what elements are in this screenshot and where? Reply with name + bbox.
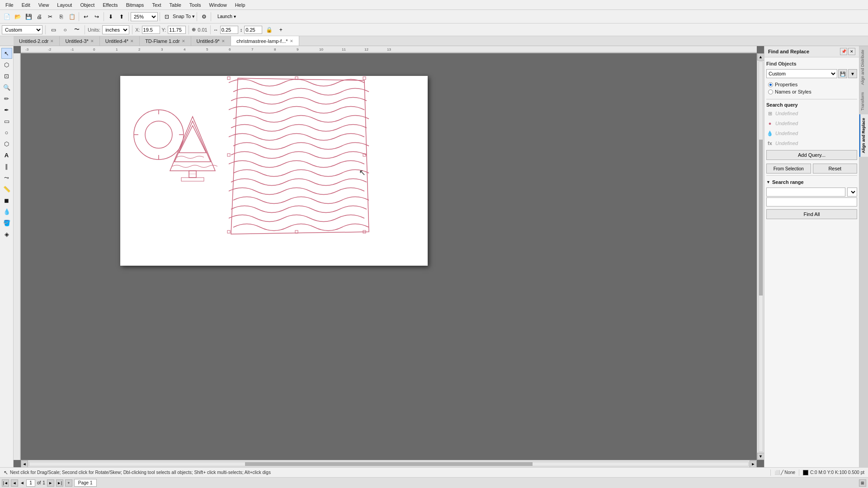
ellipse-select-btn[interactable]: ○ [60, 25, 70, 35]
add-btn[interactable]: + [276, 25, 286, 35]
scroll-down-btn[interactable]: ▼ [757, 453, 764, 460]
search-range-header[interactable]: ▼ Search range [766, 178, 857, 187]
height-field[interactable] [244, 26, 262, 34]
menu-help[interactable]: Help [231, 1, 249, 9]
tab-untitled2[interactable]: Untitled-2.cdr ✕ [14, 36, 60, 46]
reset-button[interactable]: Reset [813, 164, 858, 174]
paste-button[interactable]: 📋 [67, 12, 77, 22]
print-button[interactable]: 🖨 [34, 12, 44, 22]
connector-tool-btn[interactable]: ⤳ [1, 172, 12, 183]
fill-tool-btn[interactable]: 🪣 [1, 217, 12, 228]
vtab-transform[interactable]: Transform [859, 89, 868, 114]
tab-untitled3[interactable]: Untitled-3* ✕ [60, 36, 99, 46]
select-tool-btn[interactable]: ↖ [1, 48, 12, 59]
canvas-content[interactable]: ↖ [21, 53, 757, 460]
copy-button[interactable]: ⎘ [56, 12, 66, 22]
range-type-select[interactable] [847, 188, 857, 197]
add-query-button[interactable]: Add Query... [766, 150, 857, 160]
smart-fill-tool-btn[interactable]: ◈ [1, 229, 12, 239]
menu-effects[interactable]: Effects [99, 1, 121, 9]
close-tab-tdflame[interactable]: ✕ [182, 39, 185, 43]
find-type-dropdown[interactable]: Custom [766, 69, 837, 78]
first-page-btn[interactable]: |◄ [2, 479, 9, 487]
cut-button[interactable]: ✂ [45, 12, 55, 22]
close-tab-untitled9[interactable]: ✕ [222, 39, 225, 43]
close-tab-untitled2[interactable]: ✕ [50, 39, 54, 43]
find-all-button[interactable]: Find All [766, 209, 857, 219]
close-tab-untitled3[interactable]: ✕ [90, 39, 94, 43]
tab-untitled9[interactable]: Untitled-9* ✕ [191, 36, 231, 46]
eyedropper-tool-btn[interactable]: 💧 [1, 206, 12, 217]
page-num-input[interactable] [26, 479, 35, 487]
prev-page-btn[interactable]: ◄ [11, 479, 18, 487]
zoom-tool-btn[interactable]: 🔍 [1, 82, 12, 93]
units-select[interactable]: inches mm cm [102, 25, 129, 34]
interactive-tool-btn[interactable]: ◼ [1, 195, 12, 206]
menu-object[interactable]: Object [76, 1, 98, 9]
from-selection-button[interactable]: From Selection [766, 164, 811, 174]
next-page-btn[interactable]: ► [47, 479, 54, 487]
rectangle-tool-btn[interactable]: ▭ [1, 116, 12, 127]
vscroll-track[interactable] [759, 61, 763, 452]
menu-table[interactable]: Table [166, 1, 185, 9]
tab-christmastree[interactable]: christmastree-lamp-f...* ✕ [231, 36, 299, 46]
save-query-btn[interactable]: 💾 [838, 69, 847, 78]
range-from-input[interactable] [766, 188, 845, 197]
width-field[interactable] [220, 26, 238, 34]
polygon-tool-btn[interactable]: ⬡ [1, 138, 12, 149]
new-button[interactable]: 📄 [2, 12, 12, 22]
tab-tdflame[interactable]: TD-Flame 1.cdr ✕ [140, 36, 191, 46]
ellipse-tool-btn[interactable]: ○ [1, 127, 12, 138]
hscrollbar[interactable]: ◄ ► [21, 460, 757, 467]
x-field[interactable] [142, 26, 160, 34]
scroll-right-btn[interactable]: ► [750, 460, 757, 468]
menu-view[interactable]: View [35, 1, 53, 9]
menu-edit[interactable]: Edit [18, 1, 34, 9]
tab-untitled4[interactable]: Untitled-4* ✕ [100, 36, 140, 46]
snap-to-button[interactable]: ⊡ [162, 12, 172, 22]
panel-close-btn[interactable]: ✕ [848, 48, 855, 55]
close-tab-christmastree[interactable]: ✕ [290, 39, 293, 43]
undo-button[interactable]: ↩ [81, 12, 91, 22]
custom-select[interactable]: Custom [2, 25, 42, 34]
scroll-up-btn[interactable]: ▲ [757, 53, 764, 61]
freehand-select-btn[interactable]: 〜 [72, 25, 82, 35]
hscroll-thumb[interactable] [245, 462, 533, 466]
add-page-btn[interactable]: + [65, 479, 72, 487]
crop-tool-btn[interactable]: ⊡ [1, 70, 12, 81]
radio-names-styles[interactable]: Names or Styles [766, 88, 857, 95]
vscrollbar[interactable]: ▲ ▼ [757, 53, 764, 460]
close-tab-untitled4[interactable]: ✕ [130, 39, 134, 43]
scroll-left-btn[interactable]: ◄ [21, 460, 28, 468]
panel-pin-btn[interactable]: 📌 [840, 48, 847, 55]
view-toggle-btn[interactable]: ⊞ [859, 479, 866, 487]
range-to-input[interactable] [766, 197, 857, 206]
find-options-btn[interactable]: ▼ [848, 69, 857, 78]
menu-file[interactable]: File [2, 1, 17, 9]
menu-tools[interactable]: Tools [186, 1, 205, 9]
smart-draw-tool-btn[interactable]: ✒ [1, 104, 12, 115]
node-tool-btn[interactable]: ⬡ [1, 59, 12, 70]
vtab-find-replace[interactable]: Align and Replace [859, 114, 868, 157]
lock-ratio-btn[interactable]: 🔒 [264, 25, 274, 35]
export-button[interactable]: ⬆ [117, 12, 127, 22]
menu-window[interactable]: Window [206, 1, 231, 9]
open-button[interactable]: 📂 [13, 12, 23, 22]
vtab-align-distribute[interactable]: Align and Distribute [859, 46, 868, 89]
measure-tool-btn[interactable]: 📏 [1, 183, 12, 194]
page-tab[interactable]: Page 1 [74, 479, 97, 487]
canvas-area[interactable]: -3 -2 -1 0 1 2 3 4 5 6 7 8 9 10 11 12 13 [14, 46, 764, 467]
redo-button[interactable]: ↪ [92, 12, 102, 22]
save-button[interactable]: 💾 [24, 12, 33, 22]
parallel-tool-btn[interactable]: ∥ [1, 161, 12, 172]
freehand-tool-btn[interactable]: ✏ [1, 93, 12, 104]
menu-text[interactable]: Text [148, 1, 165, 9]
last-page-btn[interactable]: ►| [56, 479, 63, 487]
y-field[interactable] [168, 26, 186, 34]
radio-properties[interactable]: Properties [766, 81, 857, 88]
menu-layout[interactable]: Layout [53, 1, 75, 9]
zoom-select[interactable]: 25% 50% 100% [131, 12, 158, 21]
launch-button[interactable]: Launch ▾ [213, 12, 240, 22]
rect-select-btn[interactable]: ▭ [48, 25, 58, 35]
hscroll-track[interactable] [29, 462, 749, 466]
